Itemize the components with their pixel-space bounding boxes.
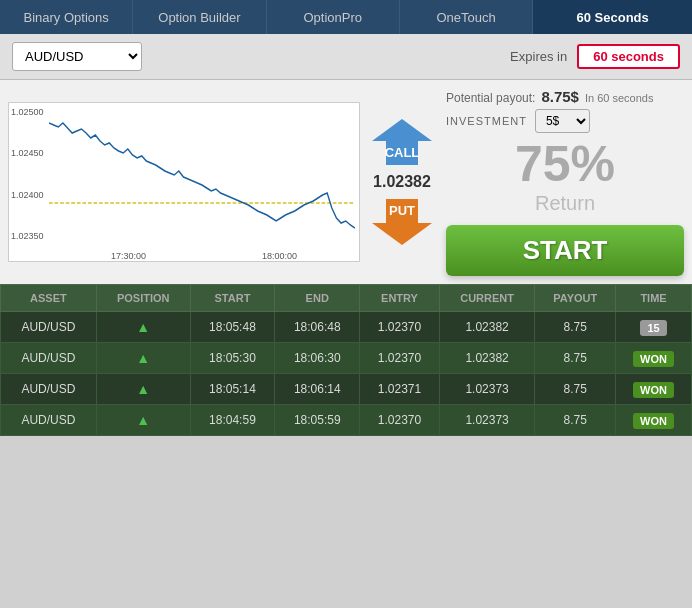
cell-time: WON (616, 343, 692, 374)
tab-60-seconds[interactable]: 60 Seconds (533, 0, 692, 34)
cell-payout: 8.75 (535, 343, 616, 374)
cell-entry: 1.02370 (360, 343, 440, 374)
asset-select[interactable]: AUD/USD (12, 42, 142, 71)
badge-won: WON (633, 351, 674, 367)
cell-payout: 8.75 (535, 312, 616, 343)
cell-entry: 1.02370 (360, 405, 440, 436)
expires-label: Expires in (510, 49, 567, 64)
chart-section: 1.02500 1.02450 1.02400 1.02350 17:30:00… (8, 88, 438, 276)
return-display: 75% Return (446, 137, 684, 221)
cell-time: WON (616, 405, 692, 436)
cell-end: 18:06:14 (275, 374, 360, 405)
tab-option-builder[interactable]: Option Builder (133, 0, 266, 34)
col-payout: payout (535, 285, 616, 312)
cell-position: ▲ (96, 343, 190, 374)
col-start: START (190, 285, 275, 312)
cell-start: 18:05:14 (190, 374, 275, 405)
col-asset: ASSET (1, 285, 97, 312)
badge-timer: 15 (640, 320, 666, 336)
put-button[interactable]: PUT (366, 195, 438, 249)
table-row: AUD/USD ▲ 18:05:48 18:06:48 1.02370 1.02… (1, 312, 692, 343)
cell-time: WON (616, 374, 692, 405)
cell-current: 1.02373 (439, 405, 535, 436)
col-entry: ENTRY (360, 285, 440, 312)
payout-value: 8.75$ (541, 88, 579, 105)
cell-current: 1.02373 (439, 374, 535, 405)
payout-time: In 60 seconds (585, 92, 654, 104)
cell-entry: 1.02370 (360, 312, 440, 343)
expires-container: Expires in 60 seconds (510, 44, 680, 69)
cell-current: 1.02382 (439, 312, 535, 343)
cell-payout: 8.75 (535, 374, 616, 405)
col-position: position (96, 285, 190, 312)
cell-asset: AUD/USD (1, 374, 97, 405)
cell-start: 18:05:48 (190, 312, 275, 343)
positions-table: ASSET position START END ENTRY CURRENT p… (0, 284, 692, 436)
cell-asset: AUD/USD (1, 405, 97, 436)
main-area: 1.02500 1.02450 1.02400 1.02350 17:30:00… (0, 80, 692, 284)
badge-won: WON (633, 413, 674, 429)
cell-end: 18:06:48 (275, 312, 360, 343)
return-percent: 75% (446, 137, 684, 192)
investment-label: INVESTMENT (446, 115, 527, 127)
cell-position: ▲ (96, 405, 190, 436)
start-button[interactable]: START (446, 225, 684, 276)
col-current: CURRENT (439, 285, 535, 312)
cell-payout: 8.75 (535, 405, 616, 436)
chart-y-labels: 1.02500 1.02450 1.02400 1.02350 (11, 107, 44, 241)
cell-start: 18:04:59 (190, 405, 275, 436)
tabs-bar: Binary Options Option Builder OptionPro … (0, 0, 692, 34)
chart-svg (49, 103, 355, 243)
payout-row: Potential payout: 8.75$ In 60 seconds (446, 88, 684, 105)
current-price: 1.02382 (373, 173, 431, 191)
cell-asset: AUD/USD (1, 312, 97, 343)
cell-current: 1.02382 (439, 343, 535, 374)
investment-row: INVESTMENT 5$ 10$ 25$ (446, 109, 684, 133)
expires-value: 60 seconds (577, 44, 680, 69)
cell-position: ▲ (96, 374, 190, 405)
investment-panel: Potential payout: 8.75$ In 60 seconds IN… (446, 88, 684, 276)
cell-start: 18:05:30 (190, 343, 275, 374)
tab-option-pro[interactable]: OptionPro (267, 0, 400, 34)
col-end: END (275, 285, 360, 312)
chart-x-labels: 17:30:00 18:00:00 (9, 247, 359, 265)
svg-text:CALL: CALL (385, 145, 420, 160)
cell-position: ▲ (96, 312, 190, 343)
cell-end: 18:05:59 (275, 405, 360, 436)
call-put-price: CALL 1.02382 PUT (366, 115, 438, 249)
return-label: Return (446, 192, 684, 215)
table-row: AUD/USD ▲ 18:05:14 18:06:14 1.02371 1.02… (1, 374, 692, 405)
col-time: TIME (616, 285, 692, 312)
payout-label: Potential payout: (446, 91, 535, 105)
controls-bar: AUD/USD Expires in 60 seconds (0, 34, 692, 80)
cell-asset: AUD/USD (1, 343, 97, 374)
investment-select[interactable]: 5$ 10$ 25$ (535, 109, 590, 133)
call-button[interactable]: CALL (366, 115, 438, 169)
table-row: AUD/USD ▲ 18:05:30 18:06:30 1.02370 1.02… (1, 343, 692, 374)
svg-text:PUT: PUT (389, 203, 415, 218)
cell-time: 15 (616, 312, 692, 343)
table-row: AUD/USD ▲ 18:04:59 18:05:59 1.02370 1.02… (1, 405, 692, 436)
chart-container: 1.02500 1.02450 1.02400 1.02350 17:30:00… (8, 102, 360, 262)
tab-one-touch[interactable]: OneTouch (400, 0, 533, 34)
badge-won: WON (633, 382, 674, 398)
cell-end: 18:06:30 (275, 343, 360, 374)
cell-entry: 1.02371 (360, 374, 440, 405)
tab-binary-options[interactable]: Binary Options (0, 0, 133, 34)
